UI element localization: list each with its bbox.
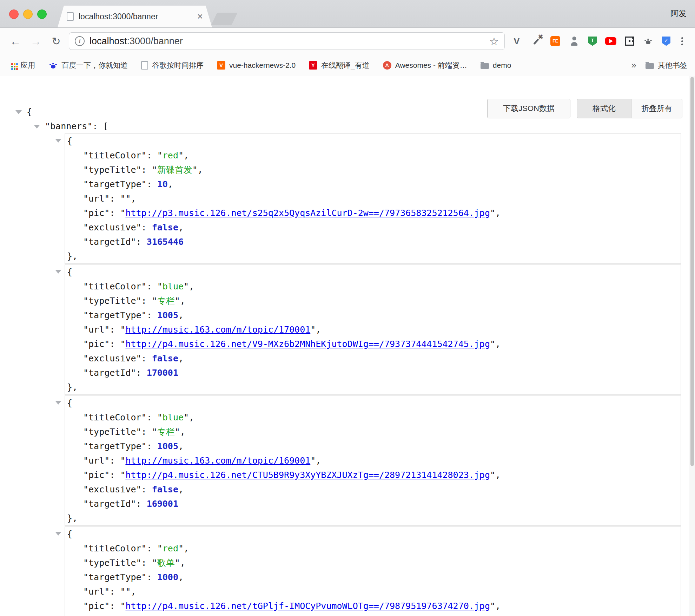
json-line: "typeTitle": "新碟首发",	[65, 163, 681, 177]
back-icon[interactable]	[8, 33, 23, 49]
json-punctuation: "	[490, 208, 495, 218]
paw-icon[interactable]	[642, 35, 654, 47]
translate-pen-icon[interactable]	[531, 35, 542, 47]
json-punctuation: },	[67, 513, 78, 523]
json-key: "titleColor"	[83, 412, 147, 422]
collapse-toggle-icon[interactable]	[55, 532, 61, 536]
json-line: "url": "http://music.163.com/m/topic/170…	[65, 322, 681, 337]
scrollbar-thumb[interactable]	[690, 77, 694, 466]
bookmarks-bar: 应用 百度一下，你就知道谷歌按时间排序vue-hackernews-2.0在线翻…	[0, 54, 695, 76]
collapse-toggle-icon[interactable]	[55, 270, 61, 274]
bookmark-label: 百度一下，你就知道	[61, 60, 128, 70]
json-punctuation: ,	[316, 325, 321, 335]
extensions-row	[510, 35, 672, 47]
tab-close-icon[interactable]	[197, 12, 203, 21]
json-key: "pic"	[83, 470, 110, 480]
json-key: "targetId"	[83, 499, 136, 509]
json-link[interactable]: http://p4.music.126.net/CTU5B9R9y3XyYBZX…	[125, 470, 490, 480]
json-punctuation: "	[120, 208, 125, 218]
bookmark-item[interactable]: 百度一下，你就知道	[48, 60, 128, 70]
bookmark-label: Awesomes - 前端资…	[395, 60, 467, 70]
site-info-icon[interactable]	[75, 36, 85, 46]
json-boolean-value: false	[152, 222, 178, 232]
json-punctuation: {	[67, 267, 72, 277]
bookmark-item[interactable]: 在线翻译_有道	[309, 60, 370, 70]
json-punctuation: ,	[189, 281, 194, 291]
json-punctuation: ,	[180, 558, 185, 568]
json-key: "targetType"	[83, 179, 147, 189]
fe-extension-icon[interactable]	[550, 36, 560, 46]
collapse-toggle-icon[interactable]	[55, 139, 61, 143]
json-punctuation: :	[110, 325, 120, 335]
json-link[interactable]: http://music.163.com/m/topic/170001	[125, 325, 310, 335]
bookmark-star-icon[interactable]	[489, 35, 499, 47]
person-icon[interactable]	[569, 35, 580, 47]
json-string-value: blue	[163, 281, 184, 291]
json-object-box: {"titleColor": "red","typeTitle": "新碟首发"…	[65, 133, 681, 264]
json-line: "banners": [	[34, 119, 681, 133]
new-tab-button[interactable]	[211, 13, 238, 25]
json-key: "exclusive"	[83, 353, 141, 363]
close-window-button[interactable]	[9, 9, 19, 19]
bookmark-item[interactable]: 谷歌按时间排序	[141, 60, 204, 70]
json-link[interactable]: http://p3.music.126.net/s25q2x5QyqsAzilC…	[125, 208, 490, 218]
qr-code-icon[interactable]	[625, 37, 634, 46]
bookmarks-overflow-icon[interactable]: »	[631, 60, 636, 71]
json-punctuation: },	[67, 251, 78, 261]
shield-check-icon[interactable]	[662, 37, 670, 46]
json-line: "url": "",	[65, 584, 681, 599]
format-button[interactable]: 格式化	[577, 99, 631, 118]
json-punctuation: :	[110, 339, 120, 349]
json-punctuation: :	[110, 194, 120, 204]
address-bar[interactable]: localhost:3000/banner	[69, 32, 505, 50]
reload-icon[interactable]	[48, 33, 64, 49]
browser-menu-icon[interactable]	[677, 33, 687, 49]
json-punctuation: ,	[180, 427, 185, 437]
json-tree: {"banners": [{"titleColor": "red","typeT…	[0, 76, 695, 616]
window-controls	[9, 9, 47, 19]
collapse-toggle-icon[interactable]	[34, 125, 40, 129]
json-line: "titleColor": "blue",	[65, 410, 681, 425]
shield-t-icon[interactable]	[588, 37, 597, 46]
scrollbar-track[interactable]	[689, 76, 695, 616]
browser-tab[interactable]: localhost:3000/banner	[58, 6, 212, 27]
forward-icon[interactable]	[28, 33, 44, 49]
json-link[interactable]: http://music.163.com/m/topic/169001	[125, 456, 310, 466]
profile-name[interactable]: 阿发	[670, 8, 687, 19]
fullscreen-window-button[interactable]	[37, 9, 47, 19]
collapse-toggle-icon[interactable]	[55, 401, 61, 405]
json-punctuation: "	[490, 470, 495, 480]
json-line: "exclusive": false,	[65, 482, 681, 497]
apps-shortcut[interactable]: 应用	[10, 60, 35, 70]
other-bookmarks-folder[interactable]: 其他书签	[646, 60, 687, 70]
json-punctuation: ,	[178, 222, 184, 232]
json-punctuation: {	[67, 398, 72, 408]
bookmark-label: 谷歌按时间排序	[152, 60, 204, 70]
minimize-window-button[interactable]	[23, 9, 33, 19]
json-key: "url"	[83, 194, 110, 204]
json-punctuation: "	[184, 281, 189, 291]
json-number-value: 10	[157, 179, 168, 189]
json-string-value: red	[163, 543, 178, 553]
youtube-icon[interactable]	[605, 37, 616, 45]
json-object-box: {"titleColor": "red","typeTitle": "歌单","…	[65, 526, 681, 616]
download-json-button[interactable]: 下载JSON数据	[487, 99, 570, 118]
bookmark-item[interactable]: demo	[481, 61, 511, 70]
json-punctuation: "	[175, 427, 180, 437]
bookmark-item[interactable]: vue-hackernews-2.0	[217, 61, 296, 70]
json-number-value: 1005	[157, 310, 178, 320]
json-link[interactable]: http://p4.music.126.net/tGPljf-IMOCyPvum…	[125, 601, 490, 611]
page-favicon-icon	[67, 12, 74, 21]
json-punctuation: ,	[178, 484, 184, 494]
bookmark-items: 百度一下，你就知道谷歌按时间排序vue-hackernews-2.0在线翻译_有…	[48, 60, 511, 70]
json-key: "url"	[83, 586, 110, 597]
json-line: "typeTitle": "专栏",	[65, 294, 681, 308]
json-object-box: {"titleColor": "blue","typeTitle": "专栏",…	[65, 264, 681, 395]
json-link[interactable]: http://p4.music.126.net/V9-MXz6b2MNhEKju…	[125, 339, 490, 349]
bookmark-label: 在线翻译_有道	[321, 60, 370, 70]
collapse-all-button[interactable]: 折叠所有	[631, 99, 682, 118]
collapse-toggle-icon[interactable]	[15, 110, 22, 114]
vimium-icon[interactable]	[511, 35, 522, 47]
bookmark-item[interactable]: Awesomes - 前端资…	[383, 60, 467, 70]
document-icon	[141, 61, 148, 70]
